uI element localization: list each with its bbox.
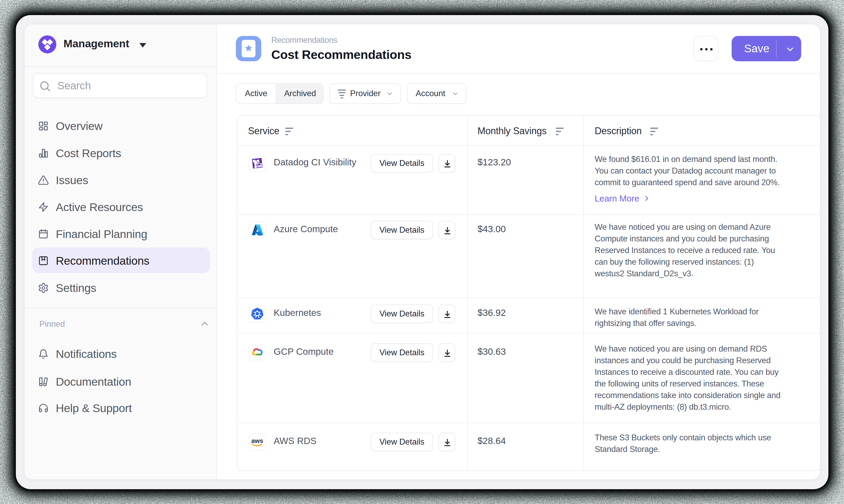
svg-text:aws: aws: [251, 437, 263, 444]
